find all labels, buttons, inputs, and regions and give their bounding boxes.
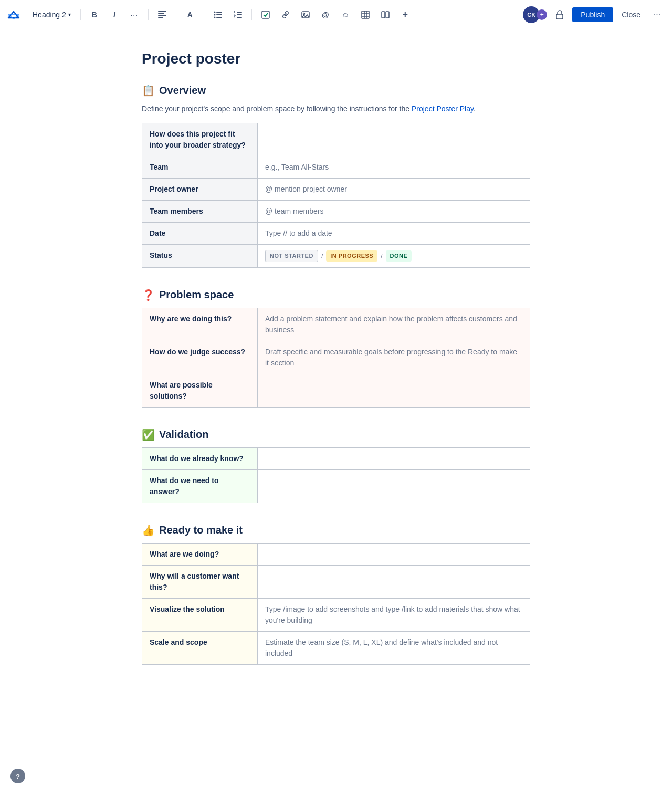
align-button[interactable] [154,6,171,23]
ready-to-make-table: What are we doing? Why will a customer w… [142,543,530,665]
svg-point-10 [214,16,215,18]
table-row: Team e.g., Team All-Stars [142,156,530,179]
overview-row1-label: How does this project fit into your broa… [142,123,258,156]
svg-rect-9 [216,14,222,15]
overview-members-value[interactable]: @ team members [258,201,530,223]
validation-row2-label: What do we need to answer? [142,469,258,503]
table-row: What are possible solutions? [142,374,530,407]
problem-row3-value[interactable] [258,374,530,407]
restricted-button[interactable] [551,6,568,23]
overview-heading: 📋 Overview [142,84,530,97]
more-text-button[interactable]: ··· [126,6,143,23]
svg-rect-13 [237,12,242,13]
page-content: Project poster 📋 Overview Define your pr… [110,29,562,728]
ready-to-make-heading: 👍 Ready to make it [142,524,530,537]
overview-status-value[interactable]: NOT STARTED / IN PROGRESS / DONE [258,245,530,268]
overview-date-value[interactable]: Type // to add a date [258,223,530,245]
close-button[interactable]: Close [617,7,645,22]
toolbar-right: CK + Publish Close ··· [523,6,666,23]
validation-table: What do we already know? What do we need… [142,447,530,503]
table-row: What do we already know? [142,447,530,469]
overview-row1-value[interactable] [258,123,530,156]
bullet-list-button[interactable] [209,6,226,23]
overview-emoji: 📋 [142,84,155,97]
svg-point-8 [214,14,215,15]
problem-row2-value[interactable]: Draft specific and measurable goals befo… [258,341,530,374]
overview-team-label: Team [142,156,258,179]
table-row: Project owner @ mention project owner [142,179,530,201]
table-row: Scale and scope Estimate the team size (… [142,631,530,664]
heading-selector[interactable]: Heading 2 ▾ [28,8,75,21]
svg-rect-17 [237,17,242,18]
svg-rect-2 [158,11,166,12]
color-button[interactable]: A [182,6,198,23]
italic-button[interactable]: I [106,6,123,23]
status-badges: NOT STARTED / IN PROGRESS / DONE [265,250,522,262]
badge-done[interactable]: DONE [386,250,412,262]
ready-row4-label: Scale and scope [142,631,258,664]
validation-row1-label: What do we already know? [142,447,258,469]
badge-sep-2: / [381,252,382,261]
bold-button[interactable]: B [86,6,103,23]
mention-button[interactable]: @ [317,6,334,23]
ready-row4-value[interactable]: Estimate the team size (S, M, L, XL) and… [258,631,530,664]
problem-space-emoji: ❓ [142,289,155,301]
table-row: Why are we doing this? Add a problem sta… [142,308,530,341]
problem-row2-label: How do we judge success? [142,341,258,374]
table-row: How do we judge success? Draft specific … [142,341,530,374]
numbered-list-button[interactable]: 1. 2. 3. [229,6,246,23]
ready-row2-value[interactable] [258,565,530,598]
heading-selector-label: Heading 2 [33,11,66,19]
overview-owner-value[interactable]: @ mention project owner [258,179,530,201]
insert-plus-button[interactable]: + [397,6,414,23]
toolbar: Heading 2 ▾ B I ··· A 1. [0,0,672,29]
project-poster-play-link[interactable]: Project Poster Play [412,105,474,113]
divider-4 [204,9,204,20]
svg-rect-5 [158,17,163,18]
chevron-down-icon: ▾ [68,12,71,17]
svg-rect-15 [237,14,242,15]
svg-rect-7 [216,12,222,13]
link-button[interactable] [277,6,294,23]
ready-row3-label: Visualize the solution [142,598,258,631]
divider-5 [251,9,252,20]
overview-status-label: Status [142,245,258,268]
publish-button[interactable]: Publish [572,7,613,22]
image-button[interactable] [297,6,314,23]
ready-to-make-emoji: 👍 [142,524,155,537]
divider-3 [176,9,176,20]
ready-row2-label: Why will a customer want this? [142,565,258,598]
divider-1 [80,9,81,20]
columns-button[interactable] [377,6,394,23]
svg-rect-18 [262,11,269,18]
table-row: How does this project fit into your broa… [142,123,530,156]
ready-row1-label: What are we doing? [142,543,258,565]
overview-owner-label: Project owner [142,179,258,201]
more-options-button[interactable]: ··· [649,6,666,23]
divider-2 [148,9,149,20]
svg-text:3.: 3. [234,16,236,18]
ready-to-make-section: 👍 Ready to make it What are we doing? Wh… [142,524,530,665]
problem-space-heading: ❓ Problem space [142,289,530,301]
table-button[interactable] [357,6,374,23]
emoji-button[interactable]: ☺ [337,6,354,23]
problem-row3-label: What are possible solutions? [142,374,258,407]
overview-team-value[interactable]: e.g., Team All-Stars [258,156,530,179]
problem-row1-value[interactable]: Add a problem statement and explain how … [258,308,530,341]
problem-space-section: ❓ Problem space Why are we doing this? A… [142,289,530,408]
svg-rect-21 [362,11,369,18]
badge-not-started[interactable]: NOT STARTED [265,250,318,262]
validation-row2-value[interactable] [258,469,530,503]
validation-row1-value[interactable] [258,447,530,469]
svg-rect-4 [158,15,166,16]
checkbox-button[interactable] [257,6,274,23]
problem-space-table: Why are we doing this? Add a problem sta… [142,308,530,408]
confluence-logo [6,7,21,22]
validation-heading: ✅ Validation [142,429,530,441]
add-collaborator-button[interactable]: + [537,9,547,20]
ready-row1-value[interactable] [258,543,530,565]
ready-row3-value[interactable]: Type /image to add screenshots and type … [258,598,530,631]
validation-section: ✅ Validation What do we already know? Wh… [142,429,530,503]
badge-in-progress[interactable]: IN PROGRESS [326,250,377,262]
avatar-group: CK + [523,6,547,23]
